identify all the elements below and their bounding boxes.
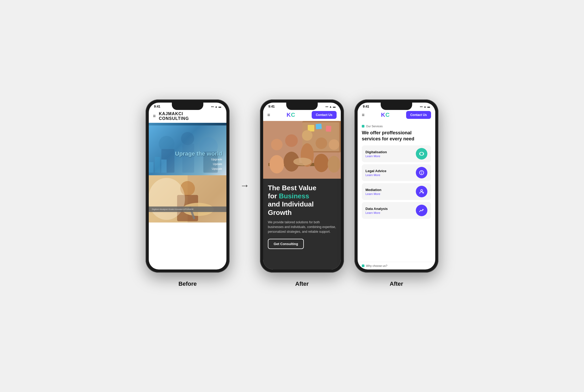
svg-rect-20 <box>316 124 322 129</box>
status-icons-after1: ▪▪▪ ▲ ▬ <box>325 105 336 108</box>
svg-point-30 <box>314 154 329 172</box>
svg-point-24 <box>269 155 284 173</box>
signal-icon: ▪▪▪ <box>211 105 214 108</box>
main-headline: The Best Value for Business and Individu… <box>268 184 336 217</box>
get-consulting-btn[interactable]: Get Consulting <box>268 239 304 249</box>
before-header: ≡ KAJMAKCI CONSULTING <box>149 109 226 123</box>
hero-text-overlay: Uprage the world Upgrade Update Upscale <box>153 150 222 171</box>
team-photo <box>263 121 341 179</box>
green-square-why-icon <box>362 264 364 267</box>
arrow-icon: → <box>240 180 249 191</box>
svg-point-15 <box>149 178 185 220</box>
service-info-2: Mediation Learn More <box>365 188 416 195</box>
why-choose-text: Why choose us? <box>366 264 387 267</box>
service-info-3: Data Analysis Learn More <box>365 207 416 214</box>
services-section: Our Services We offer proffessional serv… <box>358 121 435 262</box>
before-section: 9:41 ▪▪▪ ▲ ▬ ≡ KAJMAKCI CONSULTING <box>146 99 230 287</box>
kc-logo-after1: KC <box>286 112 295 118</box>
kc-logo-after2: KC <box>381 112 390 118</box>
service-card-mediation: Mediation Learn More <box>362 183 431 200</box>
signal-icon-after1: ▪▪▪ <box>325 105 328 108</box>
service-icon-legal <box>416 167 427 178</box>
status-time-before: 9:41 <box>154 105 160 108</box>
svg-point-25 <box>285 134 298 147</box>
svg-point-23 <box>271 139 283 150</box>
service-learn-1[interactable]: Learn More <box>365 173 416 177</box>
phone-notch-after2 <box>381 103 412 110</box>
after1-screen: 9:41 ▪▪▪ ▲ ▬ ≡ KC Contact Us <box>263 103 341 269</box>
before-hero-title: Uprage the world <box>153 150 222 157</box>
after2-label: After <box>390 280 403 287</box>
service-name-1: Legal Advice <box>365 169 416 173</box>
after2-screen: 9:41 ▪▪▪ ▲ ▬ ≡ KC Contact Us <box>358 103 435 269</box>
battery-icon-after2: ▬ <box>427 105 430 108</box>
services-tag-text: Our Services <box>366 125 383 128</box>
service-info-0: Digitalisation Learn More <box>365 150 416 158</box>
wifi-icon: ▲ <box>215 105 217 108</box>
battery-icon: ▬ <box>219 105 221 108</box>
green-square-icon <box>362 125 364 128</box>
arrow-container: → <box>240 180 249 207</box>
hamburger-icon[interactable]: ≡ <box>153 113 156 119</box>
before-screen: 9:41 ▪▪▪ ▲ ▬ ≡ KAJMAKCI CONSULTING <box>149 103 226 269</box>
svg-point-35 <box>421 173 422 174</box>
status-time-after1: 9:41 <box>268 105 275 108</box>
svg-point-29 <box>316 137 327 149</box>
phone-notch-after1 <box>286 103 318 110</box>
before-footer-bar: Digitize>Analyse>Scale>Inovate>UPGRADE <box>149 206 226 212</box>
why-choose-bar: Why choose us? <box>358 262 435 269</box>
before-hero-bottom: Digitize>Analyse>Scale>Inovate>UPGRADE <box>149 175 226 223</box>
service-icon-data <box>416 205 427 216</box>
wifi-icon-after1: ▲ <box>329 105 332 108</box>
svg-rect-21 <box>326 126 331 132</box>
after1-label: After <box>295 280 309 287</box>
status-time-after2: 9:41 <box>363 105 369 108</box>
before-hero-top: Uprage the world Upgrade Update Upscale <box>149 123 226 175</box>
service-icon-mediation <box>416 186 427 197</box>
before-brand: KAJMAKCI CONSULTING <box>159 112 189 121</box>
status-icons-after2: ▪▪▪ ▲ ▬ <box>420 105 430 108</box>
services-headline: We offer proffessional services for ever… <box>362 130 431 142</box>
service-name-3: Data Analysis <box>365 207 416 211</box>
service-card-data: Data Analysis Learn More <box>362 202 431 219</box>
service-learn-0[interactable]: Learn More <box>365 155 416 158</box>
service-card-legal: Legal Advice Learn More <box>362 164 431 181</box>
service-name-2: Mediation <box>365 188 416 192</box>
hamburger-icon-after1[interactable]: ≡ <box>267 112 270 118</box>
main-sub-text: We provide tailored solutions for both b… <box>268 220 336 234</box>
after2-phone-frame: 9:41 ▪▪▪ ▲ ▬ ≡ KC Contact Us <box>354 99 438 273</box>
svg-point-1 <box>181 132 194 145</box>
before-label: Before <box>178 280 197 287</box>
svg-point-33 <box>293 158 312 166</box>
after1-nav: ≡ KC Contact Us <box>263 109 341 121</box>
wifi-icon-after2: ▲ <box>424 105 426 108</box>
service-info-1: Legal Advice Learn More <box>365 169 416 177</box>
svg-point-27 <box>302 130 312 141</box>
svg-point-37 <box>421 190 423 192</box>
service-learn-3[interactable]: Learn More <box>365 211 416 214</box>
after1-dark-content: The Best Value for Business and Individu… <box>263 179 341 269</box>
after1-section: 9:41 ▪▪▪ ▲ ▬ ≡ KC Contact Us <box>260 99 344 287</box>
status-icons-before: ▪▪▪ ▲ ▬ <box>211 105 221 108</box>
phone-notch <box>172 103 203 110</box>
contact-btn-after1[interactable]: Contact Us <box>312 111 337 119</box>
service-learn-2[interactable]: Learn More <box>365 192 416 195</box>
before-hero-sub: Upgrade Update Upscale <box>153 157 222 171</box>
svg-point-31 <box>329 139 339 150</box>
after2-nav: ≡ KC Contact Us <box>358 109 435 121</box>
service-icon-digitalisation <box>416 148 427 160</box>
contact-btn-after2[interactable]: Contact Us <box>406 111 431 119</box>
svg-point-32 <box>328 156 340 173</box>
hamburger-icon-after2[interactable]: ≡ <box>362 112 365 118</box>
after1-phone-frame: 9:41 ▪▪▪ ▲ ▬ ≡ KC Contact Us <box>260 99 344 273</box>
battery-icon-after1: ▬ <box>333 105 336 108</box>
service-card-digitalisation: Digitalisation Learn More <box>362 145 431 162</box>
before-phone-frame: 9:41 ▪▪▪ ▲ ▬ ≡ KAJMAKCI CONSULTING <box>146 99 230 273</box>
services-tag: Our Services <box>362 125 431 128</box>
signal-icon-after2: ▪▪▪ <box>420 105 423 108</box>
service-name-0: Digitalisation <box>365 150 416 154</box>
comparison-container: 9:41 ▪▪▪ ▲ ▬ ≡ KAJMAKCI CONSULTING <box>146 99 438 287</box>
after2-section: 9:41 ▪▪▪ ▲ ▬ ≡ KC Contact Us <box>354 99 438 287</box>
